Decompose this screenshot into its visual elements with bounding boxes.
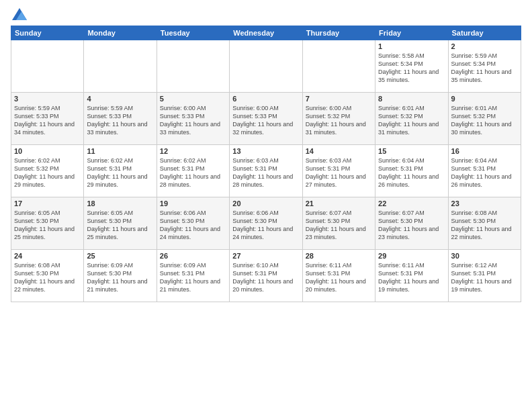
day-info: Sunrise: 6:12 AMSunset: 5:31 PMDaylight:… [451, 261, 518, 294]
day-info: Sunrise: 6:01 AMSunset: 5:32 PMDaylight:… [451, 104, 518, 137]
day-info: Sunrise: 6:07 AMSunset: 5:30 PMDaylight:… [378, 209, 445, 242]
day-number: 14 [306, 147, 372, 155]
day-info: Sunrise: 6:11 AMSunset: 5:31 PMDaylight:… [306, 261, 372, 294]
day-number: 20 [232, 199, 299, 208]
logo-text [11, 8, 27, 20]
day-cell: 19Sunrise: 6:06 AMSunset: 5:30 PMDayligh… [157, 197, 229, 250]
day-cell: 16Sunrise: 6:04 AMSunset: 5:31 PMDayligh… [448, 145, 521, 197]
day-cell: 30Sunrise: 6:12 AMSunset: 5:31 PMDayligh… [448, 250, 521, 302]
day-info: Sunrise: 6:05 AMSunset: 5:30 PMDaylight:… [87, 209, 153, 242]
day-cell: 11Sunrise: 6:02 AMSunset: 5:31 PMDayligh… [84, 145, 157, 197]
day-info: Sunrise: 6:04 AMSunset: 5:31 PMDaylight:… [451, 156, 518, 189]
day-info: Sunrise: 6:04 AMSunset: 5:31 PMDaylight:… [378, 156, 445, 189]
week-row-3: 10Sunrise: 6:02 AMSunset: 5:32 PMDayligh… [11, 145, 521, 197]
day-info: Sunrise: 6:03 AMSunset: 5:31 PMDaylight:… [306, 156, 372, 189]
day-number: 22 [378, 199, 445, 208]
day-number: 2 [451, 42, 518, 50]
day-cell: 17Sunrise: 6:05 AMSunset: 5:30 PMDayligh… [11, 197, 84, 250]
calendar-table: SundayMondayTuesdayWednesdayThursdayFrid… [11, 26, 521, 302]
day-cell: 12Sunrise: 6:02 AMSunset: 5:31 PMDayligh… [157, 145, 229, 197]
weekday-header-row: SundayMondayTuesdayWednesdayThursdayFrid… [11, 26, 521, 40]
day-cell: 23Sunrise: 6:08 AMSunset: 5:30 PMDayligh… [448, 197, 521, 250]
day-cell: 13Sunrise: 6:03 AMSunset: 5:31 PMDayligh… [230, 145, 302, 197]
day-cell: 9Sunrise: 6:01 AMSunset: 5:32 PMDaylight… [448, 93, 521, 145]
day-number: 5 [160, 95, 226, 103]
day-number: 19 [160, 199, 226, 208]
day-cell [157, 40, 229, 93]
day-info: Sunrise: 6:00 AMSunset: 5:33 PMDaylight:… [160, 104, 226, 137]
week-row-1: 1Sunrise: 5:58 AMSunset: 5:34 PMDaylight… [11, 40, 521, 93]
day-number: 23 [451, 199, 518, 208]
day-info: Sunrise: 6:00 AMSunset: 5:32 PMDaylight:… [306, 104, 372, 137]
day-number: 13 [232, 147, 299, 155]
day-number: 30 [451, 252, 518, 260]
week-row-2: 3Sunrise: 5:59 AMSunset: 5:33 PMDaylight… [11, 93, 521, 145]
day-number: 17 [14, 199, 81, 208]
day-cell: 2Sunrise: 5:59 AMSunset: 5:34 PMDaylight… [448, 40, 521, 93]
day-cell: 10Sunrise: 6:02 AMSunset: 5:32 PMDayligh… [11, 145, 84, 197]
day-cell: 21Sunrise: 6:07 AMSunset: 5:30 PMDayligh… [302, 197, 375, 250]
day-info: Sunrise: 6:11 AMSunset: 5:31 PMDaylight:… [378, 261, 445, 294]
day-cell [84, 40, 157, 93]
page: SundayMondayTuesdayWednesdayThursdayFrid… [0, 0, 532, 411]
day-info: Sunrise: 5:59 AMSunset: 5:33 PMDaylight:… [14, 104, 81, 137]
logo [11, 8, 27, 20]
day-number: 1 [378, 42, 445, 50]
day-number: 24 [14, 252, 81, 260]
day-number: 29 [378, 252, 445, 260]
day-number: 18 [87, 199, 153, 208]
day-cell: 20Sunrise: 6:06 AMSunset: 5:30 PMDayligh… [230, 197, 302, 250]
day-info: Sunrise: 6:10 AMSunset: 5:31 PMDaylight:… [232, 261, 299, 294]
day-cell [230, 40, 302, 93]
day-cell: 28Sunrise: 6:11 AMSunset: 5:31 PMDayligh… [302, 250, 375, 302]
day-info: Sunrise: 6:02 AMSunset: 5:31 PMDaylight:… [160, 156, 226, 189]
weekday-header-thursday: Thursday [302, 26, 375, 40]
day-info: Sunrise: 6:06 AMSunset: 5:30 PMDaylight:… [232, 209, 299, 242]
day-info: Sunrise: 6:02 AMSunset: 5:31 PMDaylight:… [87, 156, 153, 189]
day-cell: 15Sunrise: 6:04 AMSunset: 5:31 PMDayligh… [375, 145, 448, 197]
day-number: 10 [14, 147, 81, 155]
weekday-header-wednesday: Wednesday [230, 26, 302, 40]
day-cell: 1Sunrise: 5:58 AMSunset: 5:34 PMDaylight… [375, 40, 448, 93]
weekday-header-monday: Monday [84, 26, 157, 40]
day-cell: 26Sunrise: 6:09 AMSunset: 5:31 PMDayligh… [157, 250, 229, 302]
day-number: 3 [14, 95, 81, 103]
day-info: Sunrise: 5:59 AMSunset: 5:33 PMDaylight:… [87, 104, 153, 137]
day-info: Sunrise: 6:00 AMSunset: 5:33 PMDaylight:… [232, 104, 299, 137]
day-cell: 5Sunrise: 6:00 AMSunset: 5:33 PMDaylight… [157, 93, 229, 145]
day-cell: 29Sunrise: 6:11 AMSunset: 5:31 PMDayligh… [375, 250, 448, 302]
day-number: 8 [378, 95, 445, 103]
day-cell: 25Sunrise: 6:09 AMSunset: 5:30 PMDayligh… [84, 250, 157, 302]
day-cell: 24Sunrise: 6:08 AMSunset: 5:30 PMDayligh… [11, 250, 84, 302]
day-info: Sunrise: 6:09 AMSunset: 5:31 PMDaylight:… [160, 261, 226, 294]
day-cell: 7Sunrise: 6:00 AMSunset: 5:32 PMDaylight… [302, 93, 375, 145]
day-number: 7 [306, 95, 372, 103]
day-cell: 18Sunrise: 6:05 AMSunset: 5:30 PMDayligh… [84, 197, 157, 250]
day-cell: 22Sunrise: 6:07 AMSunset: 5:30 PMDayligh… [375, 197, 448, 250]
day-cell: 14Sunrise: 6:03 AMSunset: 5:31 PMDayligh… [302, 145, 375, 197]
header [11, 8, 521, 20]
day-cell: 4Sunrise: 5:59 AMSunset: 5:33 PMDaylight… [84, 93, 157, 145]
day-number: 27 [232, 252, 299, 260]
day-number: 28 [306, 252, 372, 260]
day-number: 6 [232, 95, 299, 103]
day-info: Sunrise: 6:06 AMSunset: 5:30 PMDaylight:… [160, 209, 226, 242]
weekday-header-sunday: Sunday [11, 26, 84, 40]
day-number: 16 [451, 147, 518, 155]
weekday-header-saturday: Saturday [448, 26, 521, 40]
day-info: Sunrise: 6:07 AMSunset: 5:30 PMDaylight:… [306, 209, 372, 242]
day-number: 9 [451, 95, 518, 103]
day-info: Sunrise: 5:59 AMSunset: 5:34 PMDaylight:… [451, 52, 518, 85]
day-cell [302, 40, 375, 93]
day-number: 4 [87, 95, 153, 103]
day-number: 12 [160, 147, 226, 155]
day-number: 15 [378, 147, 445, 155]
day-info: Sunrise: 6:09 AMSunset: 5:30 PMDaylight:… [87, 261, 153, 294]
day-cell: 8Sunrise: 6:01 AMSunset: 5:32 PMDaylight… [375, 93, 448, 145]
day-cell: 3Sunrise: 5:59 AMSunset: 5:33 PMDaylight… [11, 93, 84, 145]
day-info: Sunrise: 5:58 AMSunset: 5:34 PMDaylight:… [378, 52, 445, 85]
day-cell: 27Sunrise: 6:10 AMSunset: 5:31 PMDayligh… [230, 250, 302, 302]
day-info: Sunrise: 6:05 AMSunset: 5:30 PMDaylight:… [14, 209, 81, 242]
day-cell: 6Sunrise: 6:00 AMSunset: 5:33 PMDaylight… [230, 93, 302, 145]
week-row-4: 17Sunrise: 6:05 AMSunset: 5:30 PMDayligh… [11, 197, 521, 250]
